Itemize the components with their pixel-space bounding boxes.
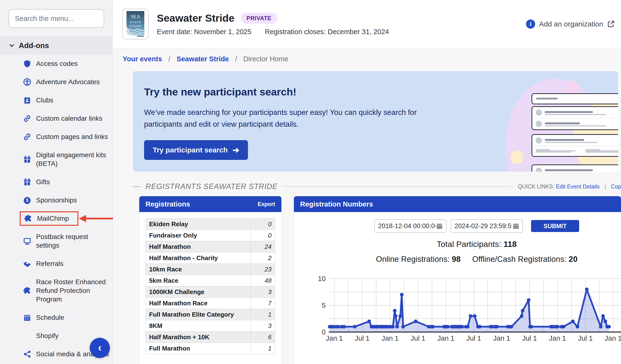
svg-text:STRIDE: STRIDE (129, 24, 142, 28)
try-participant-search-label: Try participant search (153, 146, 228, 154)
sidebar-item-referrals[interactable]: Referrals (0, 255, 112, 273)
breadcrumb-event[interactable]: Seawater Stride (176, 55, 229, 63)
svg-text:Jan 1: Jan 1 (549, 334, 566, 342)
svg-text:Jul 1: Jul 1 (466, 334, 481, 342)
sidebar: Add-ons Access codesAdventure AdvocatesC… (0, 0, 113, 364)
svg-text:Jul 1: Jul 1 (411, 334, 425, 342)
menu-search-box[interactable] (9, 9, 104, 28)
sidebar-item-schedule[interactable]: Schedule (0, 308, 112, 327)
registration-row: Fundraiser Only0 (146, 230, 275, 241)
calendar-icon[interactable] (512, 222, 519, 230)
registration-numbers-card: Registration Numbers SUBMIT Total Partic… (294, 196, 621, 364)
date-from-field[interactable] (374, 219, 446, 233)
monitor-icon (23, 237, 31, 245)
sidebar-item-custom-pages-and-links[interactable]: Custom pages and links (0, 128, 112, 146)
sidebar-item-label: MailChimp (37, 214, 69, 223)
registrations-table: Ekiden Relay0Fundraiser Only0Half Marath… (145, 218, 275, 354)
registration-category: 10km Race (146, 264, 251, 275)
registration-row: Ekiden Relay0 (146, 218, 275, 230)
registration-count: 3 (251, 286, 275, 298)
sidebar-collapse-button[interactable]: ‹ (90, 338, 110, 358)
private-badge: PRIVATE (241, 13, 277, 24)
accessibility-icon (23, 78, 31, 86)
registration-count: 0 (251, 218, 275, 230)
offline-registrations: Offline/Cash Registrations: 20 (472, 255, 577, 264)
sidebar-item-gifts[interactable]: Gifts (0, 173, 112, 191)
try-participant-search-button[interactable]: Try participant search ➔ (144, 140, 248, 160)
addons-section-header[interactable]: Add-ons (0, 36, 112, 55)
registration-category: Half Marathon - Charity (146, 252, 251, 264)
sidebar-item-label: Postback request settings (36, 232, 110, 250)
svg-text:0: 0 (322, 328, 326, 336)
puzzle-icon (24, 215, 32, 223)
sidebar-item-sponsorships[interactable]: Sponsorships (0, 191, 112, 209)
sidebar-item-race-roster-enhanced-refund-protection-program[interactable]: Race Roster Enhanced Refund Protection P… (0, 273, 112, 308)
svg-text:5: 5 (322, 301, 326, 309)
share-icon (23, 350, 31, 358)
registration-category: 1000KM Challenge (146, 286, 251, 298)
submit-button[interactable]: SUBMIT (531, 220, 579, 232)
registrations-card: Registrations Export Ekiden Relay0Fundra… (139, 196, 281, 364)
registration-category: Half Marathon + 10K (146, 331, 251, 343)
registration-row: Full Marathon1 (146, 343, 275, 354)
external-link-icon (607, 20, 615, 28)
sidebar-item-postback-request-settings[interactable]: Postback request settings (0, 228, 112, 255)
export-button[interactable]: Export (258, 201, 275, 207)
svg-text:Jan 1: Jan 1 (605, 334, 621, 342)
sidebar-item-mailchimp[interactable]: MailChimp (0, 209, 112, 228)
registration-count: 48 (251, 275, 275, 286)
calendar-icon (23, 314, 31, 322)
registration-row: Half Marathon + 10K6 (146, 331, 275, 343)
breadcrumb-your-events[interactable]: Your events (123, 55, 162, 63)
dollar-icon (23, 196, 31, 204)
registration-numbers-title: Registration Numbers (300, 200, 373, 208)
registration-row: 5km Race48 (146, 275, 275, 286)
total-participants: Total Participants: 118 (332, 239, 621, 249)
gift-icon (23, 178, 31, 186)
sidebar-item-label: Adventure Advocates (36, 78, 100, 86)
svg-text:Jan 1: Jan 1 (493, 334, 510, 342)
date-to-input[interactable] (454, 222, 512, 230)
addons-nav: Access codesAdventure AdvocatesClubsCust… (0, 55, 112, 363)
date-to-field[interactable] (451, 219, 523, 233)
add-organization-label: Add an organization (539, 20, 603, 28)
registration-row: 8KM3 (146, 320, 275, 331)
handshake-icon (23, 260, 31, 268)
sidebar-search-area (0, 0, 112, 36)
dashboard-cards: Registrations Export Ekiden Relay0Fundra… (139, 196, 621, 364)
registration-row: Half Marathon - Charity2 (146, 252, 275, 264)
sidebar-item-access-codes[interactable]: Access codes (0, 55, 112, 73)
quick-links-divider: | (604, 183, 606, 190)
online-registrations: Online Registrations: 98 (376, 255, 461, 264)
id-card-icon (23, 96, 31, 104)
copy-link[interactable]: Cop (611, 183, 621, 190)
menu-search-input[interactable] (15, 15, 106, 23)
registrations-title: Registrations (145, 200, 190, 208)
sidebar-item-label: Gifts (36, 178, 50, 186)
svg-text:Jan 1: Jan 1 (381, 334, 398, 342)
edit-event-details-link[interactable]: Edit Event Details (556, 183, 600, 190)
sidebar-item-label: Custom pages and links (36, 132, 108, 141)
illustration-result-card (532, 106, 618, 130)
quick-links: QUICK LINKS: Edit Event Details | Cop (518, 183, 621, 190)
link-icon (23, 115, 31, 123)
sidebar-item-clubs[interactable]: Clubs (0, 91, 112, 109)
info-icon: i (526, 19, 535, 29)
registration-chart: 0510Jan 1Jul 1Jan 1Jul 1Jan 1Jul 1Jan 1J… (308, 270, 621, 342)
sidebar-item-label: Referrals (36, 259, 64, 268)
sidebar-item-custom-calendar-links[interactable]: Custom calendar links (0, 109, 112, 128)
arrow-right-icon: ➔ (233, 146, 240, 154)
date-from-input[interactable] (378, 222, 436, 230)
sidebar-item-label: Schedule (36, 313, 64, 322)
puzzle-icon (23, 287, 31, 295)
main-area: SEA WATER STRIDE Seawater Stride PRIVATE… (113, 0, 621, 364)
svg-text:Jan 1: Jan 1 (326, 334, 343, 342)
sidebar-item-adventure-advocates[interactable]: Adventure Advocates (0, 73, 112, 91)
event-title-block: Seawater Stride PRIVATE Event date: Nove… (157, 12, 389, 36)
add-organization-link[interactable]: i Add an organization (526, 19, 615, 29)
sidebar-item-digital-engagement-kits-beta[interactable]: Digital engagement kits (BETA) (0, 146, 112, 173)
registration-row: Half Marathon24 (146, 241, 275, 252)
addons-label: Add-ons (19, 41, 49, 50)
calendar-icon[interactable] (436, 222, 443, 230)
svg-text:Jul 1: Jul 1 (355, 334, 369, 342)
